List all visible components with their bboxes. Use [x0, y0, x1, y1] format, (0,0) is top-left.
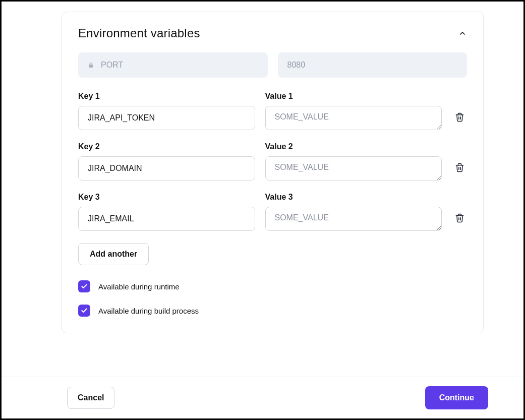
locked-key-text: PORT: [101, 61, 123, 70]
value-input[interactable]: [265, 106, 442, 130]
footer: Cancel Continue: [2, 377, 523, 418]
value-input[interactable]: [265, 207, 442, 231]
key-col: Key 3: [78, 193, 255, 231]
continue-button[interactable]: Continue: [425, 386, 488, 409]
locked-key-field: PORT: [78, 52, 268, 78]
lock-icon: [88, 62, 94, 69]
key-input[interactable]: [78, 207, 255, 231]
check-icon: [81, 307, 88, 314]
key-label: Key 3: [78, 193, 255, 202]
cancel-button[interactable]: Cancel: [67, 387, 114, 409]
value-label: Value 1: [265, 92, 442, 101]
var-row: Key 2 Value 2: [78, 142, 467, 181]
build-checkbox-label: Available during build process: [98, 307, 199, 315]
delete-col: [452, 110, 467, 130]
key-input[interactable]: [78, 106, 255, 130]
panel-header: Environment variables: [78, 26, 467, 40]
runtime-checkbox-label: Available during runtime: [98, 282, 180, 291]
var-row: Key 3 Value 3: [78, 193, 467, 231]
key-col: Key 2: [78, 142, 255, 181]
var-row: Key 1 Value 1: [78, 92, 467, 130]
delete-col: [452, 211, 467, 231]
key-label: Key 1: [78, 92, 255, 101]
runtime-checkbox-row: Available during runtime: [78, 280, 467, 292]
env-vars-panel: Environment variables PORT 8080 Key 1 Va…: [62, 12, 484, 333]
runtime-checkbox[interactable]: [78, 280, 90, 292]
trash-icon: [455, 213, 464, 223]
delete-button[interactable]: [453, 161, 466, 174]
add-another-button[interactable]: Add another: [78, 243, 149, 265]
trash-icon: [455, 112, 464, 122]
value-label: Value 2: [265, 142, 442, 151]
locked-value-field: 8080: [278, 52, 468, 78]
delete-button[interactable]: [453, 110, 466, 124]
value-col: Value 1: [265, 92, 442, 130]
value-col: Value 2: [265, 142, 442, 181]
delete-button[interactable]: [453, 211, 466, 225]
build-checkbox[interactable]: [78, 305, 90, 317]
key-input[interactable]: [78, 156, 255, 181]
value-label: Value 3: [265, 193, 442, 202]
build-checkbox-row: Available during build process: [78, 305, 467, 317]
key-label: Key 2: [78, 142, 255, 151]
check-icon: [81, 283, 88, 290]
trash-icon: [455, 163, 464, 172]
locked-value-text: 8080: [287, 61, 306, 70]
panel-title: Environment variables: [78, 26, 200, 40]
collapse-toggle[interactable]: [458, 29, 467, 38]
value-input[interactable]: [265, 156, 442, 181]
chevron-up-icon: [458, 29, 466, 37]
delete-col: [452, 161, 467, 181]
value-col: Value 3: [265, 193, 442, 231]
locked-var-row: PORT 8080: [78, 52, 467, 78]
key-col: Key 1: [78, 92, 255, 130]
